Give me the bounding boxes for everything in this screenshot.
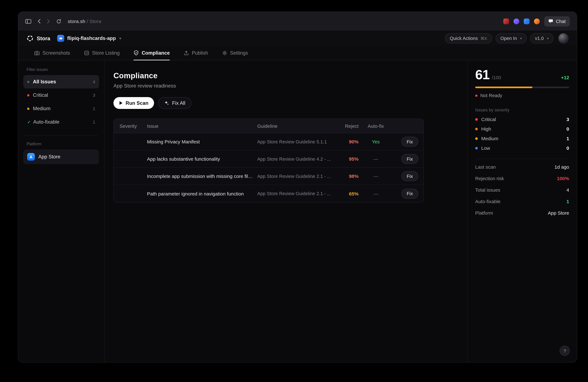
autofix-value: —: [373, 173, 378, 179]
project-selector[interactable]: flipiq-flashcards-app ▾: [57, 35, 121, 42]
forward-icon[interactable]: [47, 19, 50, 24]
col-autofix: Auto-fix: [368, 123, 384, 129]
open-in-button[interactable]: Open In ▾: [496, 33, 527, 43]
tab-label: Store Listing: [92, 50, 120, 56]
app-header: Stora flipiq-flashcards-app ▾ Quick Acti…: [18, 31, 577, 46]
chat-label: Chat: [556, 19, 566, 24]
sidebar-item-all-issues[interactable]: All Issues 4: [23, 75, 99, 88]
filter-issues-label: Filter issues: [26, 67, 96, 72]
camera-icon: [34, 50, 40, 55]
gear-icon: [222, 50, 227, 55]
readiness-status: Not Ready: [475, 93, 569, 98]
run-scan-button[interactable]: Run Scan: [113, 97, 154, 109]
readiness-score: 61: [475, 68, 489, 81]
stat-value: 100%: [557, 176, 569, 181]
col-reject: Reject: [345, 123, 358, 129]
reject-percent: 65%: [349, 191, 358, 196]
chevron-down-icon: ▾: [119, 36, 121, 40]
main-panel: Compliance App Store review readiness Ru…: [105, 60, 467, 362]
critical-dot: [475, 118, 478, 121]
tab-settings[interactable]: Settings: [222, 46, 248, 60]
action-buttons: Run Scan Fix All: [113, 97, 467, 109]
fix-button[interactable]: Fix: [401, 189, 418, 199]
fix-button[interactable]: Fix: [401, 171, 418, 181]
stat-label: Rejection risk: [475, 176, 504, 181]
score-delta: +12: [561, 75, 569, 80]
critical-dot: [27, 94, 29, 96]
quick-actions-button[interactable]: Quick Actions ⌘K: [445, 33, 492, 43]
chevron-down-icon: ▾: [520, 36, 522, 40]
status-label: Not Ready: [480, 93, 502, 98]
compliance-table: Severity Issue Guideline Reject Auto-fix…: [113, 119, 424, 202]
stat-label: Platform: [475, 210, 493, 215]
back-icon[interactable]: [38, 19, 41, 24]
fix-all-label: Fix All: [172, 100, 185, 106]
severity-count: 0: [567, 126, 569, 132]
platform-item-label: App Store: [38, 154, 60, 160]
sparkles-icon: [164, 101, 169, 105]
sidebar-item-auto-fixable[interactable]: ✓ Auto-fixable 1: [23, 115, 99, 129]
help-button[interactable]: ?: [560, 346, 570, 356]
fix-all-button[interactable]: Fix All: [158, 97, 191, 109]
stat-rejection-risk: Rejection risk 100%: [475, 172, 569, 184]
tab-publish[interactable]: Publish: [184, 46, 208, 60]
sidebar-item-app-store[interactable]: A App Store: [23, 149, 99, 164]
browser-window: stora.sh / Stora Chat Stora: [18, 12, 577, 362]
guideline-text: App Store Review Guideline 2.1 - ...: [257, 174, 333, 179]
stat-value: 1d ago: [554, 164, 569, 169]
fix-button[interactable]: Fix: [401, 137, 418, 147]
chat-button[interactable]: Chat: [544, 16, 570, 26]
severity-row-low: Low 0: [475, 145, 569, 151]
sidebar-toggle-icon[interactable]: [25, 19, 31, 24]
issue-title: Path parameter ignored in navigation fun…: [147, 191, 257, 196]
col-severity: Severity: [114, 123, 147, 129]
severity-row-high: High 0: [475, 126, 569, 132]
reload-icon[interactable]: [56, 19, 61, 24]
severity-label: Critical: [481, 117, 496, 122]
run-scan-label: Run Scan: [126, 100, 148, 106]
stat-value: App Store: [548, 210, 569, 215]
extension-icon-2[interactable]: [514, 18, 520, 24]
stat-label: Last scan: [475, 164, 496, 169]
avatar[interactable]: [558, 33, 568, 43]
project-name: flipiq-flashcards-app: [67, 36, 116, 41]
table-row: Incomplete app submission with missing c…: [114, 168, 423, 185]
sidebar-item-medium[interactable]: Medium 1: [23, 102, 99, 115]
fix-button[interactable]: Fix: [401, 154, 418, 164]
sidebar-item-critical[interactable]: Critical 3: [23, 88, 99, 102]
autofix-value: —: [373, 191, 378, 196]
reject-percent: 95%: [349, 156, 358, 161]
sidebar-item-label: Auto-fixable: [33, 119, 60, 125]
extension-icon-1[interactable]: [504, 18, 509, 24]
publish-icon: [184, 50, 189, 55]
table-header: Severity Issue Guideline Reject Auto-fix: [114, 119, 423, 133]
version-selector[interactable]: v1.0 ▾: [530, 33, 553, 43]
medium-dot: [475, 137, 478, 140]
stat-platform: Platform App Store: [475, 207, 569, 219]
issue-title: Missing Privacy Manifest: [147, 139, 257, 144]
issues-by-severity-label: Issues by severity: [475, 108, 569, 112]
autofix-value: —: [373, 156, 378, 161]
table-row: Missing Privacy Manifest App Store Revie…: [114, 133, 423, 150]
page-subtitle: App Store review readiness: [113, 83, 467, 89]
stat-last-scan: Last scan 1d ago: [475, 161, 569, 172]
tab-label: Settings: [230, 50, 248, 56]
all-issues-dot: [27, 81, 29, 83]
sidebar-item-label: All Issues: [33, 79, 56, 85]
guideline-text: App Store Review Guideline 2.1 - ...: [257, 191, 333, 196]
score-progress-fill: [475, 87, 533, 88]
tab-store-listing[interactable]: Store Listing: [84, 46, 120, 60]
tab-compliance[interactable]: Compliance: [134, 46, 170, 60]
stat-label: Auto-fixable: [475, 199, 501, 204]
extension-icon-3[interactable]: [524, 18, 530, 24]
col-issue: Issue: [147, 123, 257, 129]
extension-icon-4[interactable]: [534, 18, 540, 24]
score-total: /100: [492, 75, 501, 80]
severity-count: 0: [567, 145, 569, 151]
issue-count: 1: [93, 120, 95, 124]
severity-count: 1: [567, 136, 569, 141]
address-url[interactable]: stora.sh / Stora: [68, 19, 101, 24]
table-row: Path parameter ignored in navigation fun…: [114, 185, 423, 202]
tab-bar: Screenshots Store Listing Compliance Pub…: [18, 46, 577, 60]
tab-screenshots[interactable]: Screenshots: [34, 46, 70, 60]
